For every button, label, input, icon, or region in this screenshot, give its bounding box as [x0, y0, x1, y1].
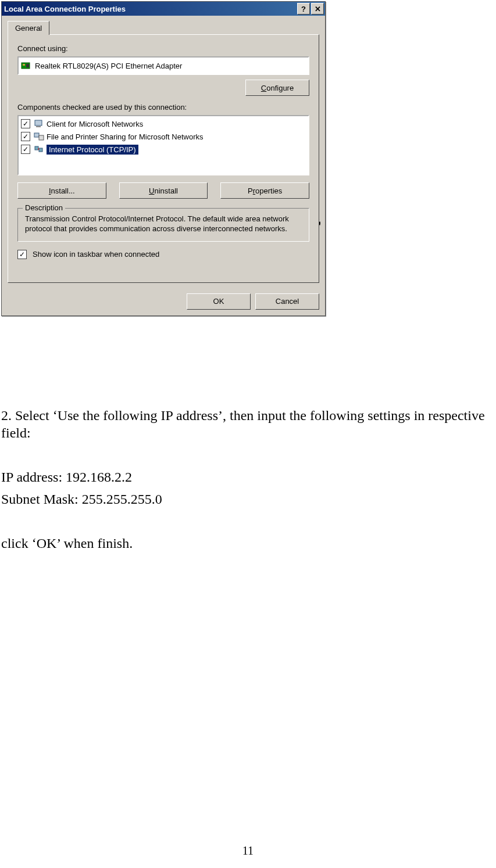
close-icon: ✕ [315, 5, 321, 13]
configure-button[interactable]: Configure [245, 80, 309, 96]
help-button[interactable]: ? [297, 3, 310, 15]
svg-line-9 [38, 148, 39, 150]
uninstall-button[interactable]: Uninstall [119, 182, 208, 199]
tcpip-icon [34, 145, 44, 154]
list-item-label: Internet Protocol (TCP/IP) [47, 145, 138, 155]
svg-rect-3 [35, 120, 42, 125]
ok-button[interactable]: OK [187, 293, 251, 310]
client-icon [34, 119, 44, 128]
connection-properties-dialog: Local Area Connection Properties ? ✕ Gen… [1, 1, 326, 316]
svg-rect-7 [35, 146, 38, 150]
checkbox-icon[interactable]: ✓ [21, 119, 30, 128]
nic-icon [21, 61, 31, 70]
fileprint-icon [34, 132, 44, 141]
svg-rect-6 [39, 135, 44, 140]
instruction-text: 2. Select ‘Use the following IP address’… [1, 407, 490, 557]
svg-rect-1 [23, 64, 25, 66]
adapter-name: Realtek RTL8029(AS) PCI Ethernet Adapter [35, 62, 182, 70]
svg-rect-4 [36, 126, 41, 127]
titlebar[interactable]: Local Area Connection Properties ? ✕ [2, 2, 325, 16]
list-item[interactable]: ✓ Client for Microsoft Networks [21, 117, 306, 130]
svg-rect-5 [34, 133, 39, 137]
step-2: 2. Select ‘Use the following IP address’… [1, 407, 490, 442]
svg-rect-2 [26, 64, 29, 67]
description-legend: Description [23, 203, 65, 212]
ip-line: IP address: 192.168.2.2 [1, 468, 490, 486]
description-text: Transmission Control Protocol/Internet P… [25, 214, 302, 234]
svg-rect-8 [39, 148, 42, 152]
click-ok-line: click ‘OK’ when finish. [1, 535, 490, 552]
checkbox-icon[interactable]: ✓ [21, 132, 30, 141]
properties-button[interactable]: Properties [220, 182, 309, 199]
page-number: 11 [0, 844, 496, 858]
components-listbox[interactable]: ✓ Client for Microsoft Networks ✓ File a… [17, 115, 309, 175]
close-button[interactable]: ✕ [311, 3, 324, 15]
mask-line: Subnet Mask: 255.255.255.0 [1, 490, 490, 508]
list-item-label: Client for Microsoft Networks [47, 120, 143, 128]
help-icon: ? [301, 5, 306, 13]
tab-general[interactable]: General [8, 21, 49, 35]
adapter-field: Realtek RTL8029(AS) PCI Ethernet Adapter [17, 56, 309, 75]
checkbox-icon[interactable]: ✓ [17, 250, 27, 259]
install-button[interactable]: Install... [17, 182, 106, 199]
list-item[interactable]: ✓ File and Printer Sharing for Microsoft… [21, 130, 306, 143]
show-icon-row[interactable]: ✓ Show icon in taskbar when connected [17, 250, 309, 259]
connect-using-label: Connect using: [17, 44, 309, 53]
cancel-button[interactable]: Cancel [255, 293, 319, 310]
window-title: Local Area Connection Properties [4, 5, 296, 13]
list-item-label: File and Printer Sharing for Microsoft N… [47, 132, 203, 141]
components-label: Components checked are used by this conn… [17, 103, 309, 112]
checkbox-icon[interactable]: ✓ [21, 145, 30, 154]
list-item[interactable]: ✓ Internet Protocol (TCP/IP) [21, 143, 306, 156]
description-group: Description Transmission Control Protoco… [17, 208, 309, 242]
